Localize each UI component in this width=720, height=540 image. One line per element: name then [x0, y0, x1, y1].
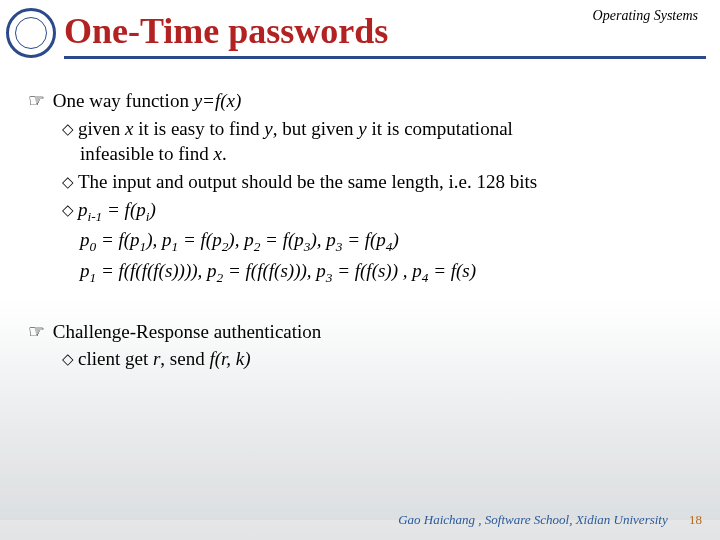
header: One-Time passwords Operating Systems [0, 0, 720, 70]
eqn-rec: pi-1 = f(pi) [78, 199, 156, 220]
t: client get [78, 348, 153, 369]
bullet-oneway-function: ☞ One way function y=f(x) [28, 88, 698, 114]
slide: One-Time passwords Operating Systems ☞ O… [0, 0, 720, 540]
title-underline [64, 56, 706, 59]
footer: Gao Haichang , Software School, Xidian U… [398, 512, 702, 528]
t: it is computational [367, 118, 513, 139]
slide-title: One-Time passwords [64, 12, 388, 52]
heading-cr: Challenge-Response authentication [53, 321, 322, 342]
sub-bullet-given-x: ◇given x it is easy to find y, but given… [62, 116, 698, 142]
bullet-challenge-response: ☞ Challenge-Response authentication [28, 319, 698, 345]
eqn-line3: p1 = f(f(f(f(s)))), p2 = f(f(f(s))), p3 … [80, 258, 698, 287]
t: , but given [273, 118, 359, 139]
square-bullet-icon: ◇ [62, 175, 71, 190]
var-y2: y [358, 118, 366, 139]
t: infeasible to find [80, 143, 214, 164]
t: , send [160, 348, 209, 369]
sub-bullet-length: ◇The input and output should be the same… [62, 169, 698, 195]
square-bullet-icon: ◇ [62, 122, 71, 137]
eqn-line2: p0 = f(p1), p1 = f(p2), p2 = f(p3), p3 =… [80, 227, 698, 256]
square-bullet-icon: ◇ [62, 203, 71, 218]
t: . [222, 143, 227, 164]
var-x2: x [214, 143, 222, 164]
pointing-hand-icon: ☞ [28, 319, 48, 345]
sub-bullet-recurrence: ◇pi-1 = f(pi) [62, 197, 698, 226]
t: given [78, 118, 125, 139]
slide-content: ☞ One way function y=f(x) ◇given x it is… [0, 70, 720, 372]
university-logo [6, 8, 56, 58]
sub-bullet-client: ◇client get r, send f(r, k) [62, 346, 698, 372]
heading-oneway-fn: y=f(x) [194, 90, 242, 111]
page-number: 18 [689, 512, 702, 527]
square-bullet-icon: ◇ [62, 352, 71, 367]
heading-oneway-pre: One way function [53, 90, 194, 111]
t: it is easy to find [133, 118, 264, 139]
running-head: Operating Systems [593, 8, 698, 24]
var-y: y [264, 118, 272, 139]
logo-inner-ring [15, 17, 47, 49]
sub-bullet-given-x-cont: infeasible to find x. [80, 141, 698, 167]
fn-frk: f(r, k) [209, 348, 250, 369]
pointing-hand-icon: ☞ [28, 88, 48, 114]
t: The input and output should be the same … [78, 171, 537, 192]
footer-credit: Gao Haichang , Software School, Xidian U… [398, 512, 668, 527]
